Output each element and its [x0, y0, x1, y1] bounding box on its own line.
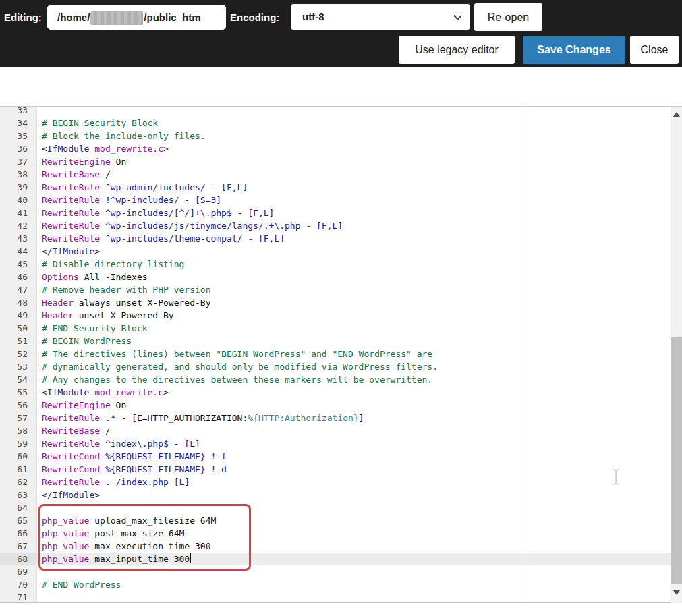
line-number: 58 — [0, 424, 37, 437]
line-number: 55 — [0, 386, 37, 399]
code-line[interactable]: 52# The directives (lines) between "BEGI… — [0, 347, 671, 360]
line-number: 48 — [0, 296, 37, 309]
scroll-down-button[interactable] — [671, 587, 682, 598]
code-line[interactable]: 41RewriteRule ^wp-includes/[^/]+\.php$ -… — [0, 206, 671, 219]
code-line[interactable]: 40RewriteRule !^wp-includes/ - [S=3] — [0, 194, 671, 206]
code-line[interactable]: 62RewriteRule . /index.php [L] — [0, 476, 671, 488]
code-line[interactable]: 38RewriteBase / — [0, 168, 671, 181]
code-line[interactable]: 44</IfModule> — [0, 245, 671, 258]
code-line[interactable]: 68php_value max_input_time 300 — [0, 553, 671, 565]
code-line[interactable]: 59RewriteRule ^index\.php$ - [L] — [0, 437, 671, 450]
code-line[interactable]: 69 — [0, 565, 671, 578]
code-line[interactable]: 63</IfModule> — [0, 488, 671, 501]
chevron-down-icon — [453, 11, 462, 20]
encoding-value: utf-8 — [302, 11, 324, 22]
line-number: 64 — [0, 501, 37, 514]
code-line[interactable]: 53# dynamically generated, and should on… — [0, 360, 671, 373]
line-number: 36 — [0, 142, 37, 155]
code-line[interactable]: 35# Block the include-only files. — [0, 130, 671, 142]
code-line[interactable]: 65php_value upload_max_filesize 64M — [0, 514, 671, 527]
scroll-up-button[interactable] — [671, 109, 682, 120]
line-content: RewriteEngine On — [37, 155, 671, 168]
save-changes-button[interactable]: Save Changes — [523, 36, 625, 64]
line-number: 70 — [0, 578, 37, 591]
line-number: 34 — [0, 117, 37, 130]
line-number: 67 — [0, 540, 37, 553]
code-line[interactable]: 54# Any changes to the directives betwee… — [0, 373, 671, 386]
line-content: # dynamically generated, and should only… — [37, 360, 671, 373]
vertical-scrollbar[interactable] — [671, 107, 682, 603]
line-number: 52 — [0, 347, 37, 360]
line-number: 43 — [0, 232, 37, 245]
line-number: 56 — [0, 399, 37, 412]
code-line[interactable]: 64 — [0, 501, 671, 514]
code-lines: 3334# BEGIN Security Block35# Block the … — [0, 107, 671, 603]
line-number: 41 — [0, 206, 37, 219]
code-line[interactable]: 47# Remove header with PHP version — [0, 283, 671, 296]
code-line[interactable]: 36<IfModule mod_rewrite.c> — [0, 142, 671, 155]
code-line[interactable]: 56RewriteEngine On — [0, 399, 671, 412]
code-line[interactable]: 58RewriteBase / — [0, 424, 671, 437]
code-line[interactable]: 57RewriteRule .* - [E=HTTP_AUTHORIZATION… — [0, 412, 671, 424]
code-editor[interactable]: 3334# BEGIN Security Block35# Block the … — [0, 107, 671, 603]
line-number: 54 — [0, 373, 37, 386]
triangle-down-icon — [673, 590, 680, 595]
legacy-editor-button[interactable]: Use legacy editor — [399, 36, 515, 64]
line-content: # The directives (lines) between "BEGIN … — [37, 347, 671, 360]
code-line[interactable]: 45# Disable directory listing — [0, 258, 671, 271]
line-number: 62 — [0, 476, 37, 488]
line-content: RewriteRule ^wp-includes/theme-compat/ -… — [37, 232, 671, 245]
line-number: 63 — [0, 488, 37, 501]
code-line[interactable]: 34# BEGIN Security Block — [0, 117, 671, 130]
line-number: 46 — [0, 271, 37, 283]
code-line[interactable]: 51# BEGIN WordPress — [0, 335, 671, 347]
encoding-label: Encoding: — [230, 11, 279, 23]
code-line[interactable]: 66php_value post_max_size 64M — [0, 527, 671, 540]
scrollbar-thumb[interactable] — [671, 337, 682, 584]
triangle-up-icon — [673, 112, 680, 117]
line-number: 47 — [0, 283, 37, 296]
code-line[interactable]: 43RewriteRule ^wp-includes/theme-compat/… — [0, 232, 671, 245]
reopen-button[interactable]: Re-open — [474, 3, 542, 31]
code-line[interactable]: 39RewriteRule ^wp-admin/includes/ - [F,L… — [0, 181, 671, 194]
close-button[interactable]: Close — [630, 36, 679, 64]
line-content: RewriteRule . /index.php [L] — [37, 476, 671, 488]
code-line[interactable]: 48Header always unset X-Powered-By — [0, 296, 671, 309]
line-number: 35 — [0, 130, 37, 142]
line-number: 40 — [0, 194, 37, 206]
line-content: # BEGIN Security Block — [37, 117, 671, 130]
encoding-select[interactable]: utf-8 — [291, 4, 470, 30]
line-content: RewriteBase / — [37, 168, 671, 181]
line-content: # Disable directory listing — [37, 258, 671, 271]
line-number: 61 — [0, 463, 37, 476]
line-content — [37, 501, 671, 514]
line-content: php_value upload_max_filesize 64M — [37, 514, 671, 527]
text-caret — [190, 553, 191, 563]
code-line[interactable]: 55<IfModule mod_rewrite.c> — [0, 386, 671, 399]
line-content: # Any changes to the directives between … — [37, 373, 671, 386]
code-line[interactable]: 67php_value max_execution_time 300 — [0, 540, 671, 553]
code-line[interactable]: 37RewriteEngine On — [0, 155, 671, 168]
code-line[interactable]: 71 — [0, 591, 671, 603]
line-content: Header unset X-Powered-By — [37, 309, 671, 322]
code-line[interactable]: 33 — [0, 107, 671, 117]
file-path-input[interactable]: /home//public_htm — [47, 5, 226, 30]
line-content: RewriteRule ^wp-includes/js/tinymce/lang… — [37, 219, 671, 232]
path-suffix: /public_htm — [144, 11, 200, 23]
line-number: 49 — [0, 309, 37, 322]
line-content — [37, 565, 671, 578]
code-line[interactable]: 61RewriteCond %{REQUEST_FILENAME} !-d — [0, 463, 671, 476]
code-line[interactable]: 50# END Security Block — [0, 322, 671, 335]
line-content: RewriteEngine On — [37, 399, 671, 412]
line-content: RewriteRule !^wp-includes/ - [S=3] — [37, 194, 671, 206]
line-content: php_value post_max_size 64M — [37, 527, 671, 540]
code-line[interactable]: 49Header unset X-Powered-By — [0, 309, 671, 322]
line-content: RewriteRule .* - [E=HTTP_AUTHORIZATION:%… — [37, 412, 671, 424]
code-line[interactable]: 70# END WordPress — [0, 578, 671, 591]
code-line[interactable]: 42RewriteRule ^wp-includes/js/tinymce/la… — [0, 219, 671, 232]
code-line[interactable]: 60RewriteCond %{REQUEST_FILENAME} !-f — [0, 450, 671, 463]
line-number: 38 — [0, 168, 37, 181]
line-content: # Remove header with PHP version — [37, 283, 671, 296]
line-number: 65 — [0, 514, 37, 527]
code-line[interactable]: 46Options All -Indexes — [0, 271, 671, 283]
